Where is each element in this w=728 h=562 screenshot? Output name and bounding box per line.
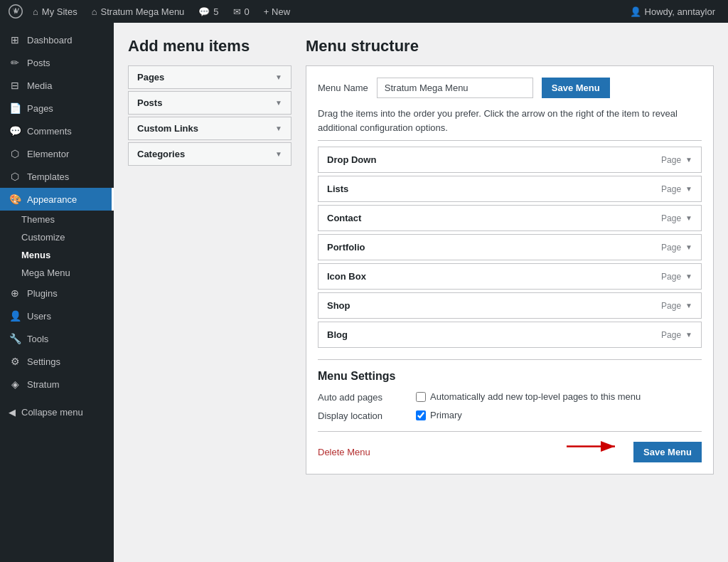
menu-item-name-blog: Blog	[327, 329, 348, 340]
menu-item-arrow-contact[interactable]: ▼	[685, 214, 692, 222]
pages-label: Pages	[27, 103, 53, 114]
submenu-customize[interactable]: Customize	[0, 228, 114, 246]
menu-items-list: Drop Down Page ▼ Lists Page ▼	[318, 147, 702, 348]
accordion-pages-header[interactable]: Pages ▼	[129, 66, 291, 88]
media-icon: ⊟	[9, 80, 21, 91]
message-icon: ✉	[233, 6, 241, 17]
sidebar-item-tools[interactable]: 🔧 Tools	[0, 327, 114, 350]
accordion-custom-links-arrow: ▼	[275, 124, 282, 132]
messages-menu[interactable]: ✉ 0	[226, 0, 257, 23]
settings-icon: ⚙	[9, 356, 21, 367]
menu-item-name-shop: Shop	[327, 300, 350, 311]
my-sites-menu[interactable]: ⌂ My Sites	[26, 0, 85, 23]
accordion-categories-header[interactable]: Categories ▼	[129, 143, 291, 165]
submenu-mega-menu[interactable]: Mega Menu	[0, 264, 114, 282]
auto-add-checkbox-row[interactable]: Automatically add new top-level pages to…	[416, 391, 641, 402]
menu-item-row-contact[interactable]: Contact Page ▼	[318, 205, 702, 231]
menu-item-arrow-shop[interactable]: ▼	[685, 302, 692, 309]
sidebar-item-appearance[interactable]: 🎨 Appearance	[0, 188, 114, 211]
menu-structure-title: Menu structure	[306, 37, 714, 55]
comments-menu[interactable]: 💬 5	[191, 0, 225, 23]
menu-item-arrow-blog[interactable]: ▼	[685, 331, 692, 339]
site-name-menu[interactable]: ⌂ Stratum Mega Menu	[85, 0, 192, 23]
menu-item-name-dropdown: Drop Down	[327, 154, 376, 165]
accordion-posts-label: Posts	[137, 97, 162, 108]
menu-item-arrow-lists[interactable]: ▼	[685, 185, 692, 193]
media-label: Media	[27, 80, 52, 91]
collapse-menu-button[interactable]: ◀ Collapse menu	[0, 401, 114, 423]
menu-item-arrow-dropdown[interactable]: ▼	[685, 156, 692, 164]
sidebar-item-stratum[interactable]: ◈ Stratum	[0, 373, 114, 396]
menu-footer: Delete Menu	[318, 431, 702, 462]
sidebar-item-templates[interactable]: ⬡ Templates	[0, 165, 114, 188]
primary-location-row[interactable]: Primary	[416, 410, 462, 420]
menu-card: Menu Name Save Menu Drag the items into …	[306, 65, 714, 474]
menu-item-row-portfolio[interactable]: Portfolio Page ▼	[318, 234, 702, 260]
themes-label: Themes	[21, 214, 55, 225]
display-location-controls: Primary	[416, 410, 462, 420]
adminbar-right: 👤 Howdy, anntaylor	[623, 0, 722, 23]
content-columns: Add menu items Pages ▼ Posts ▼ Custom L	[128, 37, 714, 474]
user-menu[interactable]: 👤 Howdy, anntaylor	[623, 0, 722, 23]
menu-item-row-blog[interactable]: Blog Page ▼	[318, 322, 702, 348]
menu-item-row-icon-box[interactable]: Icon Box Page ▼	[318, 263, 702, 290]
sidebar-item-dashboard[interactable]: ⊞ Dashboard	[0, 28, 114, 51]
menu-item-type-dropdown: Page	[661, 155, 681, 165]
accordion-categories-arrow: ▼	[275, 150, 282, 158]
menu-name-input[interactable]	[377, 78, 533, 98]
appearance-icon: 🎨	[9, 193, 21, 205]
sidebar-item-elementor[interactable]: ⬡ Elementor	[0, 142, 114, 165]
auto-add-label: Auto add pages	[318, 391, 410, 403]
submenu-menus[interactable]: Menus	[0, 246, 114, 264]
menu-item-row-shop[interactable]: Shop Page ▼	[318, 292, 702, 319]
red-arrow	[567, 435, 623, 459]
menu-item-arrow-icon-box[interactable]: ▼	[685, 272, 692, 280]
auto-add-desc: Automatically add new top-level pages to…	[430, 391, 641, 402]
wp-logo[interactable]	[6, 0, 26, 23]
menu-item-row-lists[interactable]: Lists Page ▼	[318, 176, 702, 202]
primary-location-checkbox[interactable]	[416, 410, 426, 420]
plugins-label: Plugins	[27, 288, 58, 299]
users-icon: 👤	[9, 310, 21, 322]
posts-icon: ✏	[9, 57, 21, 68]
sidebar-item-pages[interactable]: 📄 Pages	[0, 97, 114, 120]
menu-item-type-row-portfolio: Page ▼	[661, 243, 692, 253]
accordion-pages-label: Pages	[137, 72, 164, 83]
tools-icon: 🔧	[9, 333, 21, 344]
customize-label: Customize	[21, 232, 65, 243]
menu-item-type-portfolio: Page	[661, 243, 681, 253]
home-icon: ⌂	[33, 6, 38, 17]
new-content-menu[interactable]: + New	[257, 0, 297, 23]
sidebar-item-comments[interactable]: 💬 Comments	[0, 120, 114, 142]
save-menu-button-bottom[interactable]: Save Menu	[633, 442, 702, 462]
content-wrapper: ⊞ Dashboard ✏ Posts ⊟ Media 📄 Pages 💬 Co…	[0, 23, 728, 562]
menu-item-arrow-portfolio[interactable]: ▼	[685, 243, 692, 251]
plugins-icon: ⊕	[9, 287, 21, 299]
sidebar-item-users[interactable]: 👤 Users	[0, 304, 114, 327]
menu-item-name-lists: Lists	[327, 184, 348, 194]
submenu-themes[interactable]: Themes	[0, 211, 114, 228]
sidebar-item-settings[interactable]: ⚙ Settings	[0, 350, 114, 373]
user-avatar-icon: 👤	[630, 6, 641, 17]
menu-item-row-dropdown[interactable]: Drop Down Page ▼	[318, 147, 702, 173]
sidebar-item-media[interactable]: ⊟ Media	[0, 74, 114, 97]
delete-menu-link[interactable]: Delete Menu	[318, 447, 370, 457]
primary-location-label: Primary	[430, 410, 462, 420]
templates-label: Templates	[27, 171, 69, 182]
display-location-row: Display location Primary	[318, 410, 702, 421]
menu-item-type-row-lists: Page ▼	[661, 184, 692, 194]
comments-label: Comments	[27, 126, 72, 137]
save-menu-button-top[interactable]: Save Menu	[542, 78, 610, 98]
menu-item-type-blog: Page	[661, 330, 681, 340]
accordion-custom-links-header[interactable]: Custom Links ▼	[129, 117, 291, 139]
accordion-posts-header[interactable]: Posts ▼	[129, 92, 291, 114]
site-home-icon: ⌂	[92, 6, 97, 17]
sidebar-item-plugins[interactable]: ⊕ Plugins	[0, 282, 114, 304]
collapse-label: Collapse menu	[21, 407, 83, 418]
sidebar-item-posts[interactable]: ✏ Posts	[0, 51, 114, 74]
auto-add-checkbox[interactable]	[416, 392, 426, 402]
accordion-custom-links-label: Custom Links	[137, 123, 198, 134]
appearance-label: Appearance	[27, 194, 77, 205]
add-menu-title: Add menu items	[128, 37, 291, 55]
pages-icon: 📄	[9, 102, 21, 114]
